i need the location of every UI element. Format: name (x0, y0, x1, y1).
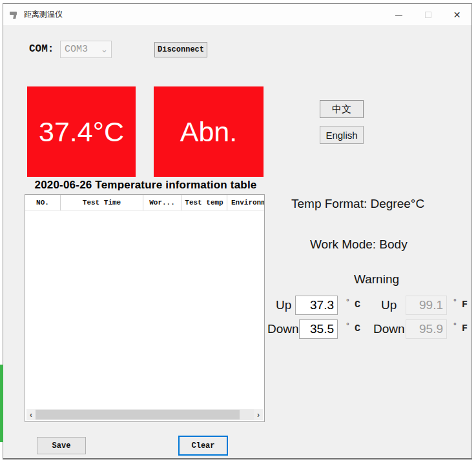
window-title: 距离测温仪 (24, 9, 63, 20)
language-chinese-button[interactable]: 中文 (320, 100, 364, 118)
table-column-header[interactable]: Wor... (143, 195, 181, 210)
celsius-unit: C (355, 299, 360, 310)
minimize-button[interactable] (384, 4, 413, 25)
maximize-button (413, 4, 442, 25)
horizontal-scrollbar[interactable]: ‹ › (26, 409, 263, 420)
app-window: 距离测温仪 ✕ COM: COM3 ⌄ Disconnect 37.4°C Ab… (3, 3, 472, 459)
table-body (25, 211, 264, 408)
clear-button[interactable]: Clear (178, 436, 228, 456)
table-column-header[interactable]: Test Time (61, 195, 143, 210)
degree-symbol: ° (346, 298, 349, 307)
fahrenheit-unit: F (462, 299, 468, 310)
table-column-header[interactable]: Test temp (181, 195, 227, 210)
work-mode-label: Work Mode: (310, 237, 376, 251)
status-display: Abn. (154, 86, 264, 177)
temp-format-line: Temp Format: Degree°C (291, 197, 424, 211)
com-port-select[interactable]: COM3 ⌄ (60, 41, 112, 58)
degree-symbol: ° (453, 298, 457, 307)
com-port-label: COM: (29, 43, 54, 55)
work-mode-line: Work Mode: Body (310, 237, 408, 252)
down-celsius-input[interactable] (299, 319, 338, 339)
degree-symbol: ° (453, 321, 457, 330)
temperature-display: 37.4°C (27, 86, 136, 177)
minimize-icon (395, 15, 402, 16)
up-celsius-input[interactable] (295, 296, 338, 315)
table-column-header[interactable]: NO. (25, 195, 61, 210)
degree-symbol: ° (346, 321, 349, 330)
table-header-row: NO.Test TimeWor...Test tempEnvironm (25, 195, 264, 211)
maximize-icon (425, 12, 431, 18)
celsius-unit: C (355, 323, 360, 334)
chevron-down-icon: ⌄ (101, 46, 108, 53)
thermometer-gun-icon (9, 10, 18, 19)
green-edge-strip (0, 365, 3, 442)
close-button[interactable]: ✕ (442, 4, 471, 25)
fahrenheit-unit: F (462, 323, 468, 334)
down-celsius-label: Down (267, 322, 299, 336)
scroll-right-icon[interactable]: › (254, 409, 263, 420)
up-celsius-label: Up (276, 298, 291, 312)
temperature-table: NO.Test TimeWor...Test tempEnvironm ‹ › (25, 194, 265, 422)
temp-format-value: Degree°C (370, 197, 424, 210)
up-fahrenheit-input (406, 296, 447, 315)
temp-format-label: Temp Format: (291, 197, 367, 210)
scrollbar-thumb[interactable] (36, 410, 240, 419)
save-button[interactable]: Save (37, 437, 86, 454)
title-bar: 距离测温仪 ✕ (3, 4, 471, 25)
scrollbar-track[interactable] (36, 409, 254, 420)
table-column-header[interactable]: Environm (227, 195, 264, 210)
up-fahrenheit-label: Up (381, 298, 397, 312)
warning-title: Warning (354, 272, 399, 287)
table-heading: 2020-06-26 Temperature information table (25, 179, 267, 192)
disconnect-button[interactable]: Disconnect (154, 42, 207, 57)
down-fahrenheit-input (406, 319, 447, 339)
com-port-value: COM3 (65, 44, 101, 55)
language-english-button[interactable]: English (320, 126, 364, 144)
down-fahrenheit-label: Down (373, 322, 405, 336)
scroll-left-icon[interactable]: ‹ (26, 409, 36, 420)
work-mode-value: Body (379, 237, 407, 251)
